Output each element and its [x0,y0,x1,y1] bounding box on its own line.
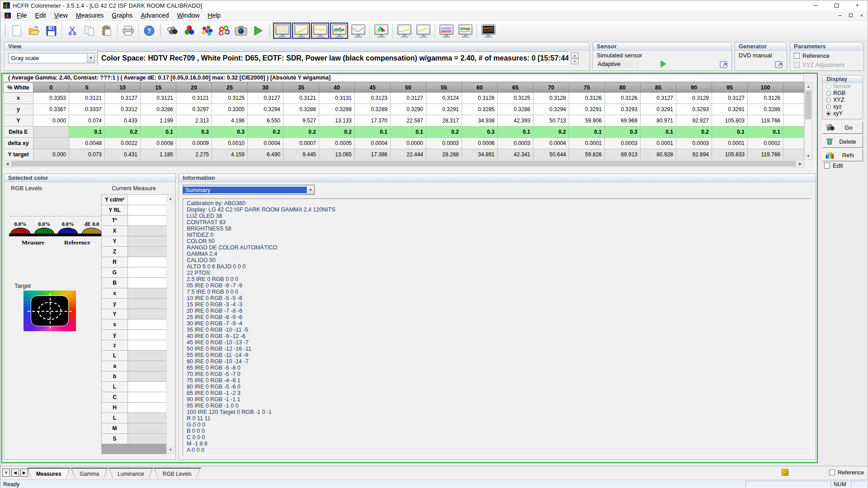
measure-cell[interactable]: 0.3125 [212,93,248,104]
copy-icon[interactable] [81,22,98,39]
menu-view[interactable]: View [50,11,72,20]
measure-cell[interactable] [33,127,69,138]
measure-cell[interactable]: 0.2 [533,127,569,138]
measure-cell[interactable]: 9.527 [283,115,319,127]
measure-cell[interactable]: 0.3126 [748,93,783,104]
measure-cell[interactable]: 9.445 [283,149,319,160]
saturations-measure-icon[interactable] [215,22,232,39]
measure-cell[interactable]: 0.0003 [605,138,641,149]
measure-cell[interactable]: 0.0001 [569,138,605,149]
measure-cell[interactable]: 0.3126 [462,93,498,104]
measure-cell[interactable]: 6.550 [248,115,283,127]
current-measure-value[interactable] [128,392,167,403]
measure-cell[interactable]: 0.1 [141,127,176,138]
current-measure-value[interactable] [128,195,167,205]
current-measure-value[interactable] [128,247,167,257]
measure-cell[interactable]: 0.0008 [141,138,176,149]
measure-cell[interactable]: 0.3289 [355,104,391,115]
measure-cell[interactable]: 34.891 [462,149,498,160]
gamma-curve-view-icon[interactable] [395,23,413,39]
measure-cell[interactable]: 0.3129 [676,93,712,104]
measure-cell[interactable]: 92.927 [676,115,712,127]
measure-cell[interactable]: 0.3128 [533,93,569,104]
measure-cell[interactable]: 0.1 [712,127,748,138]
measure-cell[interactable]: 0.3121 [141,93,176,104]
current-measure-value[interactable] [128,257,167,267]
measure-cell[interactable]: 0.3288 [283,104,319,115]
measure-cell[interactable]: 0.3124 [426,93,462,104]
measure-cell[interactable]: 2.313 [176,115,212,127]
measure-cell[interactable]: 0.3297 [176,104,212,115]
cut-icon[interactable] [64,22,81,39]
reference-checkbox-box[interactable] [794,53,800,59]
measures-grid-view-icon[interactable] [273,23,291,39]
measure-cell[interactable]: 0.3125 [498,93,533,104]
chevron-down-icon[interactable]: ▼ [307,185,314,194]
measure-cell[interactable]: 0.1 [641,127,676,138]
next-tab-button[interactable]: ▶ [20,469,28,477]
tracking-view-icon[interactable] [456,23,474,39]
measure-cell[interactable]: 0.1 [569,127,605,138]
previous-tab-button[interactable]: ◀ [11,469,19,477]
measure-cell[interactable]: 0.0000 [391,138,426,149]
measure-cell[interactable]: 0.3126 [569,93,605,104]
measure-cell[interactable]: 105.803 [712,115,748,127]
gamma-view-icon[interactable] [292,23,310,39]
luminance-view-icon[interactable] [311,23,329,39]
tab-luminance[interactable]: Luminance [109,468,153,479]
menu-window[interactable]: Window [173,11,204,20]
measure-cell[interactable]: 0.3293 [605,104,641,115]
measure-cell[interactable]: 0.3 [605,127,641,138]
color-profile-icon[interactable] [782,469,788,476]
composite-view-icon[interactable] [479,23,497,39]
scrollbar-thumb[interactable] [11,161,796,166]
measure-cell[interactable]: 0.2 [676,127,712,138]
measure-cell[interactable]: 0.3121 [283,93,319,104]
measure-cell[interactable]: 0.073 [69,149,105,160]
measure-cell[interactable]: 42.341 [498,149,533,160]
menu-advanced[interactable]: Advanced [137,11,173,20]
measure-cell[interactable]: 0.3127 [712,93,748,104]
screen-capture-icon[interactable] [232,22,250,39]
measure-cell[interactable]: 80.971 [641,115,676,127]
measure-cell[interactable]: 0.3293 [676,104,712,115]
current-measure-value[interactable] [128,351,167,361]
measures-vertical-scrollbar[interactable]: ▲ ▼ [804,82,812,160]
free-colors-measure-icon[interactable] [198,22,215,39]
measure-cell[interactable]: 0.074 [69,115,105,127]
measure-cell[interactable]: 0.0009 [176,138,212,149]
menu-measures[interactable]: Measures [72,11,108,20]
radio-icon[interactable] [826,111,831,116]
measure-cell[interactable]: 28.317 [426,115,462,127]
measure-cell[interactable]: 0.3291 [712,104,748,115]
measure-cell[interactable]: 0.3 [462,127,498,138]
radio-icon[interactable] [826,104,831,109]
measure-cell[interactable]: 0.1 [391,127,426,138]
measure-cell[interactable]: 0.0022 [105,138,141,149]
rgb-measure-icon[interactable] [181,22,198,39]
measure-cell[interactable]: 0.0003 [426,138,462,149]
measure-cell[interactable]: 0.0003 [498,138,533,149]
measure-cell[interactable]: 0.0004 [533,138,569,149]
edit-checkbox-box[interactable] [824,163,830,169]
radio-icon[interactable] [826,91,831,96]
current-measure-value[interactable] [128,278,167,288]
current-measure-value[interactable] [128,340,167,351]
measure-cell[interactable]: 50.713 [533,115,569,127]
scroll-left-icon[interactable]: ◀ [4,160,11,167]
measure-cell[interactable]: 0.3121 [69,93,105,104]
measure-cell[interactable]: 0.3291 [426,104,462,115]
scroll-right-icon[interactable]: ▶ [797,160,804,167]
view-mode-select[interactable]: Gray scale ▼ [8,53,95,63]
measure-cell[interactable]: 0.1 [498,127,533,138]
measure-cell[interactable]: 0.3300 [212,104,248,115]
spin-up-icon[interactable]: ▲ [571,52,579,58]
measure-cell[interactable]: 0.0048 [69,138,105,149]
measure-cell[interactable]: 0.0001 [641,138,676,149]
display-option-xyz[interactable]: XYZ [823,96,863,103]
measure-cell[interactable]: 0.3126 [605,93,641,104]
measure-cell[interactable]: 0.3337 [69,104,105,115]
current-measure-value[interactable] [128,267,167,278]
measure-cell[interactable]: 0.3291 [569,104,605,115]
current-measure-value[interactable] [128,330,167,340]
